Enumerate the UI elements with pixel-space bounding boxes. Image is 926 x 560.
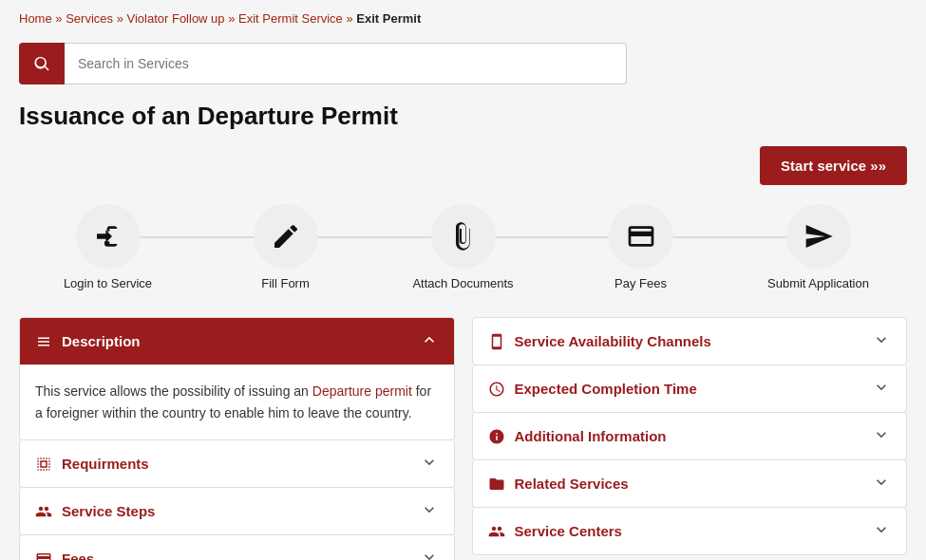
- chevron-down-icon-avail: [872, 330, 891, 349]
- breadcrumb-home[interactable]: Home: [19, 11, 52, 26]
- requirements-label: Requirments: [62, 456, 149, 472]
- chevron-down-icon-time: [872, 378, 891, 397]
- right-panel: Service Availability Channels: [472, 317, 908, 555]
- accordion-header-service-steps[interactable]: Service Steps: [20, 488, 454, 534]
- accordion-header-requirements[interactable]: Requirments: [20, 440, 454, 487]
- step-pay-fees: Pay Fees: [552, 204, 729, 290]
- accordion-header-description[interactable]: Description: [20, 318, 454, 364]
- service-centers-icon: [488, 523, 505, 540]
- availability-icon: [488, 333, 505, 350]
- step-submit: Submit Application: [729, 204, 907, 290]
- start-service-row: Start service »»: [19, 146, 907, 185]
- accordion-fees: Fees: [19, 535, 455, 560]
- search-bar: [19, 43, 627, 84]
- completion-time-label: Expected Completion Time: [515, 381, 697, 397]
- step-icon-fill-form: [254, 204, 318, 269]
- page-wrapper: Home » Services » Violator Follow up » E…: [0, 0, 926, 560]
- additional-info-label: Additional Information: [515, 428, 667, 444]
- fill-form-icon: [271, 221, 301, 252]
- requirements-icon: [35, 456, 52, 473]
- accordion-header-completion-time[interactable]: Expected Completion Time: [473, 365, 907, 412]
- completion-time-icon: [488, 381, 505, 398]
- pay-icon: [626, 221, 656, 252]
- login-icon: [93, 221, 123, 252]
- accordion-completion-time: Expected Completion Time: [472, 365, 908, 413]
- step-fill-form: Fill Form: [197, 204, 374, 290]
- step-label-pay-fees: Pay Fees: [614, 276, 667, 290]
- breadcrumb-violator[interactable]: Violator Follow up: [126, 11, 224, 26]
- chevron-down-icon-related: [872, 473, 891, 492]
- step-login: Login to Service: [19, 204, 197, 290]
- step-icon-login: [76, 204, 141, 269]
- chevron-down-icon-centers: [872, 520, 891, 539]
- accordion-header-availability[interactable]: Service Availability Channels: [473, 318, 907, 364]
- additional-info-icon: [488, 428, 505, 445]
- step-icon-pay-fees: [609, 204, 673, 269]
- step-attach-docs: Attach Documents: [374, 204, 552, 290]
- step-icon-attach-docs: [431, 204, 496, 269]
- chevron-down-icon-fees: [420, 548, 439, 560]
- fees-label: Fees: [62, 551, 94, 560]
- breadcrumb-services[interactable]: Services: [66, 11, 113, 26]
- departure-permit-link[interactable]: Departure permit: [312, 383, 412, 399]
- chevron-down-icon-info: [872, 425, 891, 444]
- left-panel: Description This service allows the poss…: [19, 317, 455, 560]
- accordion-header-fees[interactable]: Fees: [20, 535, 454, 560]
- start-service-button[interactable]: Start service »»: [760, 146, 907, 185]
- search-input[interactable]: [65, 43, 627, 84]
- accordion-requirements: Requirments: [19, 440, 455, 488]
- accordion-availability: Service Availability Channels: [472, 317, 908, 365]
- search-icon: [32, 54, 51, 73]
- service-centers-label: Service Centers: [515, 523, 622, 539]
- accordion-header-service-centers[interactable]: Service Centers: [473, 508, 907, 554]
- step-label-login: Login to Service: [64, 276, 152, 290]
- accordion-service-centers: Service Centers: [472, 508, 908, 555]
- breadcrumb-exit-permit-service[interactable]: Exit Permit Service: [238, 11, 343, 26]
- accordion-header-related-services[interactable]: Related Services: [473, 460, 907, 507]
- description-label: Description: [62, 333, 141, 349]
- accordion-service-steps: Service Steps: [19, 488, 455, 535]
- submit-icon: [803, 221, 834, 252]
- search-button[interactable]: [19, 43, 65, 84]
- step-label-attach-docs: Attach Documents: [412, 276, 513, 290]
- page-title: Issuance of an Departure Permit: [19, 102, 907, 131]
- related-services-label: Related Services: [515, 476, 629, 492]
- description-icon: [35, 333, 52, 350]
- steps-row: Login to Service Fill Form Attach Docume…: [19, 204, 907, 290]
- service-steps-label: Service Steps: [62, 503, 155, 519]
- related-services-icon: [488, 476, 505, 493]
- accordion-additional-info: Additional Information: [472, 413, 908, 460]
- breadcrumb: Home » Services » Violator Follow up » E…: [19, 11, 907, 26]
- chevron-down-icon-steps: [420, 500, 439, 519]
- accordion-related-services: Related Services: [472, 460, 908, 508]
- step-label-fill-form: Fill Form: [261, 276, 310, 290]
- description-body: This service allows the possibility of i…: [20, 364, 454, 439]
- content-row: Description This service allows the poss…: [19, 317, 907, 560]
- step-label-submit: Submit Application: [767, 276, 869, 290]
- step-icon-submit: [786, 204, 851, 269]
- chevron-down-icon-req: [420, 453, 439, 472]
- breadcrumb-current: Exit Permit: [356, 11, 421, 26]
- accordion-description: Description This service allows the poss…: [19, 317, 455, 440]
- fees-icon: [35, 551, 52, 560]
- accordion-header-additional-info[interactable]: Additional Information: [473, 413, 907, 459]
- availability-label: Service Availability Channels: [515, 333, 711, 349]
- attach-icon: [448, 221, 479, 252]
- chevron-up-icon: [420, 330, 439, 349]
- service-steps-icon: [35, 503, 52, 520]
